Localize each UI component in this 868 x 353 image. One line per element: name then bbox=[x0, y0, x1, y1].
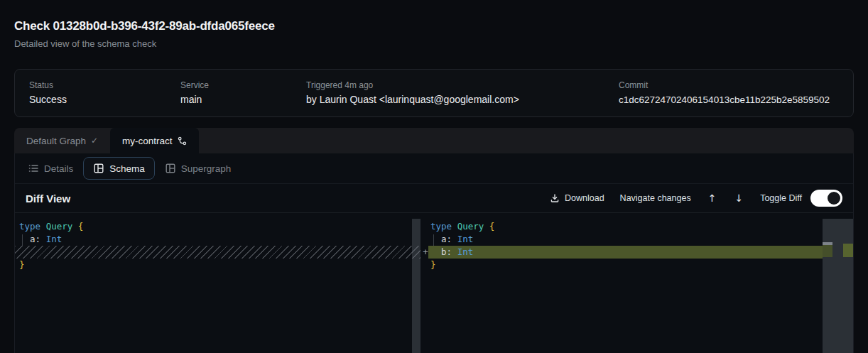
service-value: main bbox=[180, 94, 306, 106]
commit-value: c1dc62724702406154013cbe11b225b2e5859502 bbox=[619, 94, 839, 106]
diff-pane-original[interactable]: type Query { a: Int} bbox=[15, 213, 421, 353]
graph-tab-strip: Default Graph ✓ my-contract bbox=[14, 128, 854, 153]
left-scrollbar[interactable] bbox=[412, 219, 421, 353]
content-panel: Details Schema Supergrap bbox=[14, 153, 854, 353]
tab-schema[interactable]: Schema bbox=[83, 157, 155, 180]
check-summary-card: Status Success Service main Triggered 4m… bbox=[14, 69, 854, 117]
tab-supergraph[interactable]: Supergraph bbox=[163, 158, 233, 179]
previous-change-button[interactable]: ↑ bbox=[707, 192, 718, 205]
diff-removed-placeholder[interactable] bbox=[15, 246, 421, 259]
download-icon bbox=[550, 193, 560, 203]
summary-triggered: Triggered 4m ago by Laurin Quast <laurin… bbox=[306, 80, 619, 106]
list-icon bbox=[28, 163, 39, 174]
tab-default-graph-label: Default Graph bbox=[26, 136, 86, 146]
view-tab-bar: Details Schema Supergrap bbox=[15, 153, 853, 183]
switch-thumb bbox=[828, 192, 840, 205]
toggle-diff-switch[interactable] bbox=[810, 190, 842, 207]
overview-ruler-added-mark bbox=[843, 244, 853, 257]
panels-icon bbox=[165, 163, 176, 174]
diff-toolbar: Diff View Download Navigate changes ↑ ↓ … bbox=[15, 183, 853, 213]
minimap-added-shadow bbox=[823, 245, 832, 257]
next-change-button[interactable]: ↓ bbox=[733, 192, 744, 205]
tab-my-contract-label: my-contract bbox=[122, 136, 173, 146]
indent-guide bbox=[433, 234, 434, 246]
status-label: Status bbox=[29, 80, 180, 90]
triggered-label: Triggered 4m ago bbox=[306, 80, 619, 90]
summary-service: Service main bbox=[180, 80, 306, 106]
triggered-value: by Laurin Quast <laurinquast@googlemail.… bbox=[306, 94, 619, 106]
app-root: Check 01328b0d-b396-43f2-89ab-dfda065fee… bbox=[0, 0, 868, 353]
service-label: Service bbox=[180, 80, 306, 90]
page-header: Check 01328b0d-b396-43f2-89ab-dfda065fee… bbox=[0, 0, 868, 50]
added-line-marker: + bbox=[421, 246, 430, 259]
diff-toolbar-controls: Download Navigate changes ↑ ↓ Toggle Dif… bbox=[550, 190, 842, 207]
panels-icon bbox=[93, 163, 104, 174]
download-label: Download bbox=[565, 193, 604, 203]
download-button[interactable]: Download bbox=[550, 193, 604, 203]
minimap[interactable] bbox=[823, 219, 853, 353]
code-line[interactable]: } bbox=[421, 259, 823, 271]
tab-details[interactable]: Details bbox=[26, 158, 75, 179]
code-line[interactable]: b: Int bbox=[421, 246, 823, 259]
summary-status: Status Success bbox=[29, 80, 180, 106]
contract-spline-icon bbox=[178, 136, 187, 146]
diff-pane-modified[interactable]: type Query { a: Int b: Int} + bbox=[421, 213, 823, 353]
tab-supergraph-label: Supergraph bbox=[181, 163, 232, 174]
code-line[interactable]: a: Int bbox=[15, 233, 421, 246]
check-icon: ✓ bbox=[91, 136, 98, 146]
navigate-changes-label: Navigate changes bbox=[620, 193, 691, 203]
summary-commit: Commit c1dc62724702406154013cbe11b225b2e… bbox=[619, 80, 839, 106]
diff-editor[interactable]: type Query { a: Int} type Query { a: Int… bbox=[15, 213, 853, 353]
tab-default-graph[interactable]: Default Graph ✓ bbox=[14, 128, 110, 153]
indent-guide bbox=[22, 234, 23, 246]
status-value: Success bbox=[29, 94, 180, 106]
code-line[interactable]: } bbox=[15, 259, 421, 271]
code-line[interactable]: a: Int bbox=[421, 233, 823, 246]
tab-my-contract[interactable]: my-contract bbox=[110, 128, 199, 153]
diff-view-title: Diff View bbox=[26, 192, 70, 205]
toggle-diff-label: Toggle Diff bbox=[760, 193, 802, 203]
commit-label: Commit bbox=[619, 80, 839, 90]
code-line[interactable]: type Query { bbox=[421, 220, 823, 233]
tab-details-label: Details bbox=[44, 163, 73, 174]
tab-schema-label: Schema bbox=[109, 163, 145, 174]
code-line[interactable]: type Query { bbox=[15, 220, 421, 233]
page-subtitle: Detailed view of the schema check bbox=[14, 38, 854, 50]
page-title: Check 01328b0d-b396-43f2-89ab-dfda065fee… bbox=[14, 19, 854, 33]
